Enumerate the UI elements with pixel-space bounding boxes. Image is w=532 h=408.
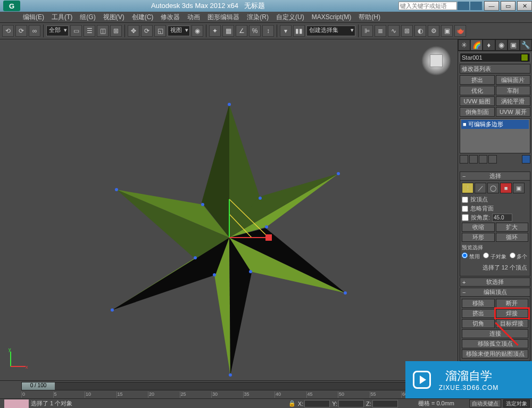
pin-stack-icon[interactable] <box>460 155 468 164</box>
btn-ring[interactable]: 环形 <box>462 233 495 242</box>
btn-grow[interactable]: 扩大 <box>496 223 529 232</box>
manip-icon[interactable]: ✦ <box>209 25 221 37</box>
select-region-icon[interactable]: ◫ <box>97 25 109 37</box>
named-sel-icon[interactable]: ▾ <box>280 25 292 37</box>
subobj-vertex[interactable]: ⋮ <box>462 183 473 193</box>
named-sel-dropdown[interactable]: 创建选择集 <box>306 26 355 36</box>
angle-spinner[interactable] <box>492 214 512 222</box>
menu-view[interactable]: 视图(V) <box>99 13 128 22</box>
btn-connect[interactable]: 连接 <box>462 329 528 338</box>
render-setup-icon[interactable]: ⚙ <box>428 25 439 37</box>
radio-subobj[interactable]: 子对象 <box>483 252 506 260</box>
lock-icon[interactable]: 🔒 <box>288 400 296 407</box>
btn-chamfer[interactable]: 切角 <box>462 319 495 328</box>
select-name-icon[interactable]: ☰ <box>84 25 95 37</box>
chk-ignoreback[interactable]: 忽略背面 <box>462 205 528 213</box>
btn-rm-unused[interactable]: 移除未使用的贴图顶点 <box>462 349 528 358</box>
menu-help[interactable]: 帮助(H) <box>355 13 384 22</box>
btn-bevelprofile[interactable]: 倒角剖面 <box>460 107 495 117</box>
drop-selset[interactable]: 选定对象 <box>503 399 530 407</box>
menu-edit[interactable]: 编辑(E) <box>19 13 48 22</box>
radio-mult[interactable]: 多个 <box>510 252 528 260</box>
menu-tools[interactable]: 工具(T) <box>48 13 76 22</box>
minimize-button[interactable]: — <box>484 1 499 11</box>
mirror-icon[interactable]: ▮▮ <box>293 25 305 37</box>
btn-loop[interactable]: 循环 <box>496 233 529 242</box>
btn-shrink[interactable]: 收缩 <box>462 223 495 232</box>
unlink-icon[interactable]: ⟳ <box>15 25 27 37</box>
btn-autokey[interactable]: 自动关键点 <box>469 399 501 407</box>
menu-create[interactable]: 创建(C) <box>128 13 157 22</box>
search-icon[interactable] <box>458 2 469 10</box>
subobj-element[interactable]: ▣ <box>513 183 525 193</box>
btn-break[interactable]: 断开 <box>496 299 529 308</box>
coord-system[interactable]: 视图 <box>168 26 190 36</box>
angle-snap-icon[interactable]: ∠ <box>236 25 247 37</box>
tab-create[interactable]: ✳ <box>458 39 470 51</box>
chk-byvertex[interactable]: 按顶点 <box>462 195 528 203</box>
curve-ed-icon[interactable]: ∿ <box>388 25 400 37</box>
btn-rm-iso[interactable]: 移除孤立顶点 <box>462 339 528 348</box>
star-icon[interactable] <box>470 2 482 10</box>
selection-filter[interactable]: 全部 <box>46 26 69 36</box>
subobj-border[interactable]: ◯ <box>487 183 499 193</box>
layers-icon[interactable]: ≣ <box>375 25 386 37</box>
rollout-editvert[interactable]: −编辑顶点 <box>460 288 530 297</box>
percent-snap-icon[interactable]: % <box>249 25 261 37</box>
search-input[interactable] <box>398 2 457 10</box>
link-icon[interactable]: ⟲ <box>2 25 14 37</box>
chk-byangle[interactable] <box>462 214 469 221</box>
object-name-field[interactable]: Star001 <box>460 53 530 62</box>
subobj-edge[interactable]: ／ <box>475 183 486 193</box>
menu-render[interactable]: 渲染(R) <box>243 13 272 22</box>
menu-maxscript[interactable]: MAXScript(M) <box>308 13 355 21</box>
rollout-softsel[interactable]: +软选择 <box>460 278 530 287</box>
tab-modify[interactable]: 🌈 <box>470 39 483 51</box>
tab-motion[interactable]: ◉ <box>495 39 508 51</box>
btn-extrude-v[interactable]: 挤出 <box>462 309 495 318</box>
render-frame-icon[interactable]: ▣ <box>441 25 453 37</box>
schematic-icon[interactable]: ⊞ <box>401 25 413 37</box>
tab-display[interactable]: ▣ <box>508 39 520 51</box>
window-cross-icon[interactable]: ⊞ <box>110 25 122 37</box>
render-icon[interactable]: 🫖 <box>454 25 466 37</box>
pivot-icon[interactable]: ◉ <box>192 25 203 37</box>
menu-customize[interactable]: 自定义(U) <box>272 13 308 22</box>
configure-icon[interactable] <box>522 155 530 164</box>
rollout-selection[interactable]: −选择 <box>460 172 530 181</box>
align-icon[interactable]: ⊫ <box>361 25 373 37</box>
close-button[interactable]: ✕ <box>517 1 532 11</box>
btn-editpatch[interactable]: 编辑面片 <box>496 75 531 85</box>
viewcube[interactable] <box>421 46 451 76</box>
object-color[interactable] <box>521 54 528 61</box>
menu-modifiers[interactable]: 修改器 <box>157 13 184 22</box>
menu-graph[interactable]: 图形编辑器 <box>204 13 243 22</box>
btn-remove[interactable]: 移除 <box>462 299 495 308</box>
material-icon[interactable]: ◐ <box>414 25 426 37</box>
modifier-list[interactable]: 修改器列表 <box>460 64 530 74</box>
tab-hierarchy[interactable]: ♦ <box>483 39 495 51</box>
tab-utilities[interactable]: 🔧 <box>520 39 532 51</box>
select-icon[interactable]: ▭ <box>70 25 82 37</box>
btn-lathe[interactable]: 车削 <box>496 86 531 95</box>
coord-x[interactable] <box>304 400 330 407</box>
remove-mod-icon[interactable] <box>488 155 497 164</box>
scale-icon[interactable]: ◱ <box>154 25 166 37</box>
subobj-polygon[interactable]: ■ <box>500 183 512 193</box>
coord-y[interactable] <box>338 400 364 407</box>
stack-item[interactable]: ■ 可编辑多边形 <box>461 120 529 129</box>
btn-turbosmooth[interactable]: 涡轮平滑 <box>496 96 531 106</box>
radio-disable[interactable]: 禁用 <box>462 252 480 260</box>
snap-icon[interactable]: ▦ <box>222 25 234 37</box>
btn-optimize[interactable]: 优化 <box>460 86 495 95</box>
coord-z[interactable] <box>372 400 398 407</box>
time-slider-thumb[interactable]: 0 / 100 <box>22 382 55 390</box>
bind-icon[interactable]: ∞ <box>29 25 40 37</box>
unique-icon[interactable] <box>479 155 487 164</box>
modifier-stack[interactable]: ■ 可编辑多边形 <box>460 118 530 153</box>
spinner-snap-icon[interactable]: ↕ <box>262 25 274 37</box>
btn-weld[interactable]: 焊接 <box>496 309 529 318</box>
viewport-top[interactable]: yx <box>0 39 458 380</box>
move-icon[interactable]: ✥ <box>128 25 139 37</box>
maximize-button[interactable]: ▭ <box>501 1 516 11</box>
